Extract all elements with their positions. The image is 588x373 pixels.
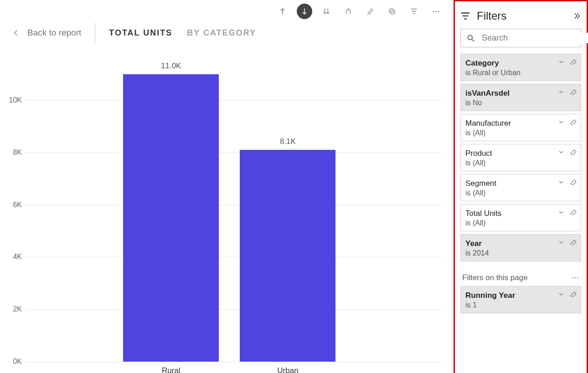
- filters-search-input[interactable]: [481, 33, 588, 43]
- clear-filter-icon[interactable]: [570, 59, 577, 66]
- chevron-down-icon[interactable]: [558, 239, 564, 246]
- drill-down-active-icon[interactable]: [297, 4, 312, 19]
- bar-label: 8.1K: [240, 137, 335, 146]
- drill-all-icon[interactable]: [319, 4, 334, 19]
- y-tick-label: 8K: [0, 148, 22, 157]
- visual-filter-card-year[interactable]: Yearis 2014: [460, 234, 581, 261]
- funnel-icon: [460, 11, 470, 21]
- filter-status: is (All): [465, 159, 576, 167]
- svg-point-2: [433, 11, 434, 12]
- drill-tabs: Total Units By Category: [109, 28, 256, 38]
- clear-filter-icon[interactable]: [570, 119, 577, 126]
- chevron-down-icon[interactable]: [558, 209, 564, 216]
- filters-search[interactable]: [460, 29, 581, 47]
- x-category-label: Rural: [162, 366, 181, 373]
- visual-filter-card-product[interactable]: Productis (All): [460, 144, 581, 171]
- more-icon[interactable]: [428, 4, 444, 19]
- chevron-down-icon[interactable]: [558, 179, 564, 186]
- clear-filter-icon[interactable]: [570, 149, 577, 156]
- visual-filter-card-category[interactable]: Categoryis Rural or Urban: [460, 54, 581, 81]
- visual-filter-card-total-units[interactable]: Total Unitsis (All): [460, 204, 581, 231]
- svg-point-8: [577, 277, 578, 278]
- bar-chart[interactable]: 0K2K4K6K8K10K11.0KRural8.1KUrban: [0, 61, 442, 373]
- svg-point-4: [438, 11, 439, 12]
- svg-point-3: [435, 11, 437, 12]
- search-icon: [466, 34, 475, 43]
- filters-pane: Filters Categoryis Rural or UrbanisVanAr…: [454, 0, 588, 373]
- clear-filter-icon[interactable]: [570, 239, 577, 246]
- chevron-down-icon[interactable]: [558, 291, 564, 298]
- filter-icon[interactable]: [406, 4, 422, 19]
- bar-label: 11.0K: [123, 61, 219, 71]
- svg-point-6: [573, 277, 573, 278]
- filter-status: is 1: [465, 301, 576, 309]
- chevron-down-icon[interactable]: [558, 119, 564, 126]
- svg-point-5: [468, 35, 472, 40]
- pin-icon[interactable]: [362, 4, 378, 19]
- page-filters-more-icon[interactable]: [571, 274, 579, 282]
- bar-rural[interactable]: 11.0K: [123, 74, 219, 362]
- filter-status: is No: [465, 99, 576, 107]
- svg-rect-1: [389, 9, 393, 13]
- visual-filter-card-isvanarsdel[interactable]: isVanArsdelis No: [460, 84, 581, 111]
- y-tick-label: 4K: [0, 253, 22, 261]
- tab-total-units[interactable]: Total Units: [109, 28, 172, 38]
- collapse-pane-icon[interactable]: [573, 12, 581, 20]
- chevron-down-icon[interactable]: [558, 149, 564, 156]
- y-tick-label: 2K: [0, 305, 22, 313]
- back-label: Back to report: [27, 28, 81, 38]
- visual-filter-card-segment[interactable]: Segmentis (All): [460, 174, 581, 201]
- back-to-report-button[interactable]: Back to report: [13, 28, 81, 38]
- expand-icon[interactable]: [340, 4, 356, 19]
- tab-by-category[interactable]: By Category: [187, 28, 256, 38]
- gridline: [25, 362, 442, 362]
- svg-rect-0: [391, 10, 395, 14]
- y-tick-label: 0K: [0, 358, 22, 366]
- chevron-down-icon[interactable]: [558, 59, 564, 66]
- bar-urban[interactable]: 8.1K: [240, 150, 335, 362]
- filter-status: is (All): [465, 129, 576, 137]
- x-category-label: Urban: [277, 366, 298, 373]
- filter-status: is Rural or Urban: [465, 69, 576, 77]
- clear-filter-icon[interactable]: [570, 209, 577, 216]
- plot-area: 11.0KRural8.1KUrban: [25, 61, 442, 362]
- filter-status: is 2014: [465, 249, 576, 257]
- visual-filter-card-manufacturer[interactable]: Manufactureris (All): [460, 114, 581, 141]
- filter-status: is (All): [465, 219, 576, 227]
- report-main: Back to report Total Units By Category 0…: [0, 0, 454, 373]
- filter-status: is (All): [465, 189, 576, 197]
- page-filter-card-running-year[interactable]: Running Yearis 1: [460, 286, 581, 313]
- chevron-down-icon[interactable]: [558, 89, 564, 96]
- page-filters-label: Filters on this page: [462, 273, 528, 282]
- visual-toolbar: [275, 4, 444, 19]
- clear-filter-icon[interactable]: [570, 291, 577, 298]
- y-tick-label: 6K: [0, 201, 22, 209]
- filters-title: Filters: [477, 10, 567, 22]
- clear-filter-icon[interactable]: [570, 179, 577, 186]
- header-divider: [95, 23, 95, 43]
- copy-icon[interactable]: [384, 4, 400, 19]
- drill-up-icon[interactable]: [275, 4, 290, 19]
- y-tick-label: 10K: [0, 96, 22, 104]
- chevron-left-icon: [13, 28, 19, 38]
- clear-filter-icon[interactable]: [570, 89, 577, 96]
- svg-point-7: [575, 277, 576, 278]
